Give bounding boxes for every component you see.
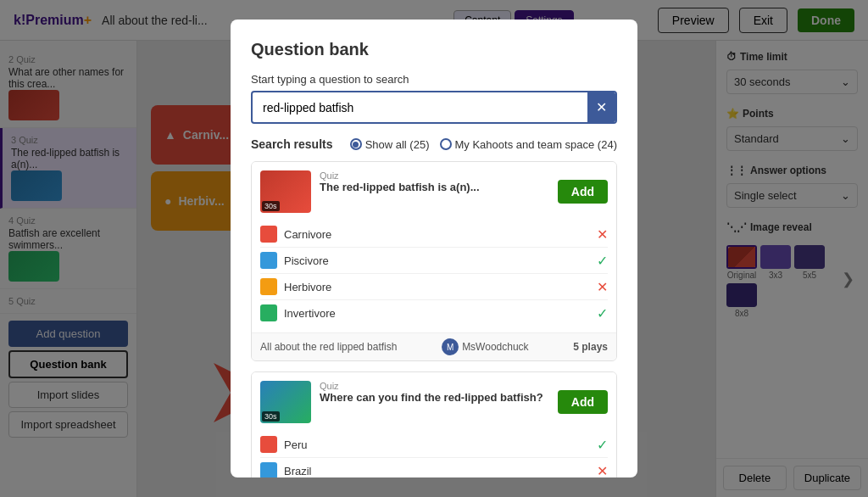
search-input[interactable] [253, 94, 587, 121]
result-card-2-timer: 30s [262, 411, 280, 422]
answer-text: Carnivore [284, 228, 590, 241]
user-badge: M MsWoodchuck [442, 338, 528, 355]
question-bank-modal: Question bank Start typing a question to… [231, 20, 637, 477]
answer-icon-green [260, 304, 277, 321]
answer-row: Invertivore ✓ [260, 300, 608, 326]
result-card-1-info: Quiz The red-lipped batfish is a(n)... [320, 170, 549, 193]
result-card-1-thumb: 30s [260, 170, 311, 213]
answer-icon-red [260, 226, 277, 243]
result-card-1-answers: Carnivore ✕ Piscivore ✓ Herbivore ✕ Inve… [252, 221, 616, 332]
result-card-2: 30s Quiz Where can you find the red-lipp… [251, 371, 617, 477]
answer-correct-icon: ✓ [597, 437, 608, 453]
answer-text: Peru [284, 438, 590, 451]
answer-row: Peru ✓ [260, 432, 608, 458]
answer-icon-blue [260, 462, 277, 477]
result-card-1: 30s Quiz The red-lipped batfish is a(n).… [251, 161, 617, 361]
result-card-1-footer: All about the red lipped batfish M MsWoo… [252, 332, 616, 360]
answer-text: Herbivore [284, 281, 590, 293]
answer-row: Carnivore ✕ [260, 221, 608, 248]
answer-text: Brazil [284, 465, 590, 477]
result-card-1-type: Quiz [320, 170, 549, 181]
my-kahoots-radio-dot [440, 138, 452, 150]
answer-text: Piscivore [284, 254, 590, 267]
card-footer-kahoots: All about the red lipped batfish [260, 341, 397, 353]
search-row: ✕ [251, 91, 617, 124]
results-label: Search results [251, 137, 333, 151]
result-card-2-thumb: 30s [260, 381, 311, 423]
result-card-1-question: The red-lipped batfish is a(n)... [320, 181, 549, 193]
user-avatar: M [442, 338, 459, 355]
show-all-radio[interactable]: Show all (25) [350, 138, 430, 151]
result-card-2-type: Quiz [320, 381, 549, 391]
my-kahoots-label: My Kahoots and team space (24) [455, 138, 618, 151]
answer-wrong-icon: ✕ [597, 463, 608, 478]
plays-count: 5 plays [573, 341, 608, 353]
username: MsWoodchuck [462, 341, 528, 353]
search-clear-button[interactable]: ✕ [587, 92, 615, 122]
result-card-2-question: Where can you find the red-lipped batfis… [320, 391, 549, 404]
result-card-1-timer: 30s [262, 201, 280, 211]
filter-radio-group: Show all (25) My Kahoots and team space … [350, 138, 617, 151]
result-card-1-header: 30s Quiz The red-lipped batfish is a(n).… [252, 162, 616, 221]
answer-row: Herbivore ✕ [260, 274, 608, 300]
result-card-2-add-button[interactable]: Add [558, 390, 608, 414]
show-all-radio-dot [350, 138, 362, 150]
results-header: Search results Show all (25) My Kahoots … [251, 137, 617, 151]
answer-text: Invertivore [284, 307, 590, 320]
answer-icon-blue [260, 252, 277, 269]
result-card-2-answers: Peru ✓ Brazil ✕ Galapagos ✓ All over the… [252, 432, 616, 477]
answer-icon-yellow [260, 278, 277, 295]
result-card-2-info: Quiz Where can you find the red-lipped b… [320, 381, 549, 404]
answer-row: Brazil ✕ [260, 458, 608, 477]
show-all-label: Show all (25) [365, 138, 430, 151]
result-card-1-add-button[interactable]: Add [558, 180, 608, 204]
answer-wrong-icon: ✕ [597, 226, 608, 243]
result-card-2-header: 30s Quiz Where can you find the red-lipp… [252, 372, 616, 432]
modal-title: Question bank [251, 40, 617, 59]
search-label: Start typing a question to search [251, 73, 617, 86]
answer-row: Piscivore ✓ [260, 248, 608, 274]
answer-correct-icon: ✓ [597, 253, 608, 269]
answer-icon-red [260, 436, 277, 453]
modal-overlay: Question bank Start typing a question to… [0, 0, 868, 497]
my-kahoots-radio[interactable]: My Kahoots and team space (24) [440, 138, 618, 151]
answer-wrong-icon: ✕ [597, 279, 608, 295]
answer-correct-icon: ✓ [597, 305, 608, 321]
